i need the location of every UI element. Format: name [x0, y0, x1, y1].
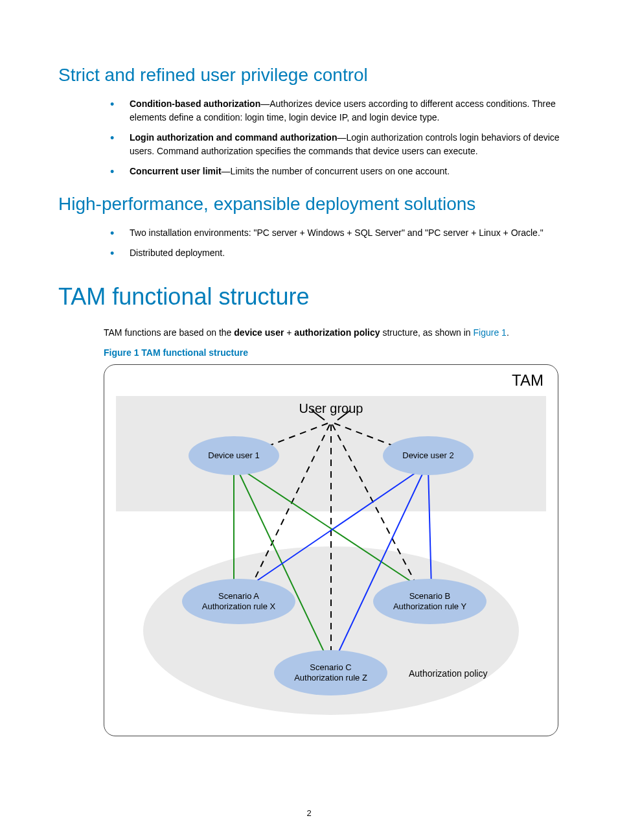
diagram-node-device-user-1: Device user 1 — [189, 436, 279, 475]
node-label: Device user 1 — [208, 450, 259, 461]
intro-text: TAM functions are based on the — [104, 327, 234, 338]
bullet-item: Condition-based authorization—Authorizes… — [104, 97, 560, 124]
bullet-list-1: Condition-based authorization—Authorizes… — [104, 97, 560, 178]
bullet-text: —Limits the number of concurrent users o… — [222, 166, 450, 176]
node-label: Scenario CAuthorization rule Z — [294, 662, 367, 684]
bullet-item: Login authorization and command authoriz… — [104, 131, 560, 158]
diagram-node-scenario-a: Scenario AAuthorization rule X — [182, 579, 295, 624]
heading-tam-structure: TAM functional structure — [58, 283, 560, 310]
intro-bold: authorization policy — [294, 327, 380, 338]
diagram-user-group-label: User group — [299, 401, 363, 416]
figure-caption: Figure 1 TAM functional structure — [104, 347, 560, 358]
intro-paragraph: TAM functions are based on the device us… — [104, 326, 560, 340]
diagram-node-device-user-2: Device user 2 — [383, 436, 474, 475]
heading-privilege-control: Strict and refined user privilege contro… — [58, 65, 560, 86]
bullet-term: Concurrent user limit — [130, 166, 222, 176]
bullet-item: Distributed deployment. — [104, 246, 560, 260]
bullet-term: Condition-based authorization — [130, 99, 260, 109]
page-root: Strict and refined user privilege contro… — [0, 0, 618, 840]
diagram-tam-label: TAM — [512, 371, 544, 390]
intro-text: + — [284, 327, 294, 338]
bullet-term: Login authorization and command authoriz… — [130, 132, 337, 143]
bullet-text: Distributed deployment. — [130, 248, 225, 258]
intro-text: . — [507, 327, 509, 338]
diagram-auth-policy-label: Authorization policy — [409, 668, 487, 679]
bullet-item: Concurrent user limit—Limits the number … — [104, 165, 560, 178]
diagram-node-scenario-b: Scenario BAuthorization rule Y — [373, 579, 486, 624]
figure-tam-structure: TAM User group — [104, 364, 558, 736]
bullet-item: Two installation environments: "PC serve… — [104, 226, 560, 240]
figure-link[interactable]: Figure 1 — [474, 327, 507, 338]
node-label: Device user 2 — [402, 450, 453, 461]
bullet-text: Two installation environments: "PC serve… — [130, 228, 544, 238]
bullet-list-2: Two installation environments: "PC serve… — [104, 226, 560, 260]
intro-text: structure, as shown in — [380, 327, 474, 338]
node-label: Scenario BAuthorization rule Y — [393, 591, 466, 612]
node-label: Scenario AAuthorization rule X — [202, 591, 275, 612]
intro-bold: device user — [234, 327, 284, 338]
heading-deployment: High-performance, expansible deployment … — [58, 194, 560, 215]
diagram-node-scenario-c: Scenario CAuthorization rule Z — [274, 650, 387, 695]
page-number: 2 — [0, 808, 618, 818]
